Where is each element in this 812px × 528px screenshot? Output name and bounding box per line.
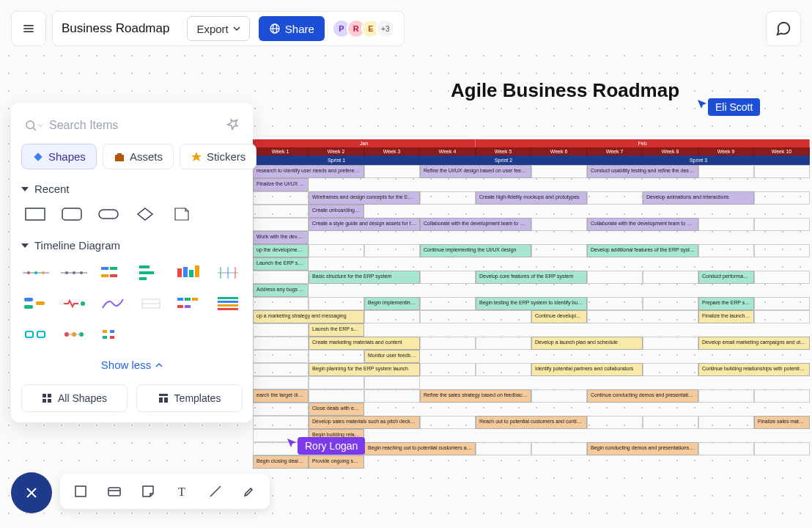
- timeline-template-2[interactable]: [59, 262, 89, 284]
- roadmap-task[interactable]: Address any bugs or usability: [253, 284, 309, 297]
- roadmap-task[interactable]: [253, 323, 309, 337]
- roadmap-task[interactable]: Create high-fidelity mockups and prototy…: [476, 191, 587, 205]
- roadmap-task[interactable]: [420, 271, 476, 284]
- roadmap-task[interactable]: research to identify user needs and pref…: [253, 165, 364, 178]
- shape-rectangle[interactable]: [24, 207, 46, 221]
- roadmap-task[interactable]: Begin reaching out to potential customer…: [364, 442, 476, 455]
- roadmap-task[interactable]: [754, 165, 810, 178]
- roadmap-task[interactable]: [698, 165, 754, 178]
- roadmap-task[interactable]: [754, 442, 810, 455]
- roadmap-task[interactable]: Close deals with early adop: [309, 403, 364, 416]
- tool-highlighter[interactable]: [239, 481, 259, 502]
- roadmap-task[interactable]: [309, 297, 364, 310]
- roadmap-task[interactable]: [476, 363, 531, 376]
- roadmap-task[interactable]: [643, 297, 698, 310]
- roadmap-task[interactable]: Launch the ERP system and monitor user f…: [253, 257, 309, 271]
- roadmap-task[interactable]: Develop sales materials such as pitch de…: [309, 416, 420, 429]
- tab-assets[interactable]: Assets: [103, 144, 174, 169]
- canvas-title[interactable]: Agile Business Roadmap: [451, 79, 679, 102]
- roadmap-task[interactable]: Reach out to potential customers and con…: [476, 416, 587, 429]
- timeline-template-11[interactable]: [174, 293, 204, 315]
- timeline-template-6[interactable]: [213, 262, 243, 284]
- roadmap-task[interactable]: [476, 442, 531, 455]
- roadmap-task[interactable]: [754, 244, 810, 257]
- roadmap-task[interactable]: Collaborate with the development team to…: [420, 218, 531, 231]
- timeline-template-10[interactable]: [136, 293, 166, 315]
- roadmap-task[interactable]: [420, 363, 476, 376]
- roadmap-task[interactable]: [587, 271, 643, 284]
- main-menu-button[interactable]: [11, 11, 46, 46]
- roadmap-task[interactable]: Work with the development: [253, 231, 309, 244]
- section-timeline[interactable]: Timeline Diagram: [21, 239, 243, 252]
- roadmap-task[interactable]: [754, 310, 810, 323]
- pin-icon[interactable]: [226, 117, 240, 133]
- roadmap-task[interactable]: [476, 337, 531, 350]
- roadmap-task[interactable]: [698, 244, 754, 257]
- roadmap-task[interactable]: Continue implementing the UI/UX design: [420, 244, 531, 257]
- roadmap-task[interactable]: [253, 376, 309, 389]
- shape-page[interactable]: [171, 207, 193, 221]
- roadmap-task[interactable]: [420, 191, 476, 205]
- roadmap-task[interactable]: [253, 416, 309, 429]
- avatar-more[interactable]: +3: [376, 19, 395, 38]
- roadmap-task[interactable]: [253, 297, 309, 310]
- roadmap-task[interactable]: [754, 191, 810, 205]
- roadmap-task[interactable]: [531, 165, 587, 178]
- tab-shapes[interactable]: Shapes: [21, 144, 97, 169]
- roadmap-task[interactable]: [587, 297, 643, 310]
- roadmap-task[interactable]: [420, 310, 531, 323]
- roadmap-task[interactable]: [587, 191, 643, 205]
- roadmap-task[interactable]: Create a style guide and design assets f…: [309, 218, 420, 231]
- roadmap-task[interactable]: Begin closing deals with early adopters: [253, 455, 309, 469]
- roadmap-task[interactable]: Continue building relationships with pot…: [698, 363, 810, 376]
- timeline-template-7[interactable]: [21, 293, 51, 315]
- roadmap-task[interactable]: Begin testing the ERP system to identify…: [476, 297, 587, 310]
- roadmap-task[interactable]: Begin planning for the ERP system launch: [309, 363, 420, 376]
- roadmap-task[interactable]: Conduct performance testing: [698, 271, 754, 284]
- roadmap-task[interactable]: Create onboarding materials: [309, 205, 364, 218]
- roadmap-task[interactable]: Refine the UI/UX design based on user fe…: [420, 165, 531, 178]
- roadmap-task[interactable]: Basic structure for the ERP system: [309, 271, 420, 284]
- roadmap-task[interactable]: Refine the sales strategy based on feedb…: [420, 389, 531, 403]
- roadmap-task[interactable]: up the development vironment and tools: [253, 244, 309, 257]
- comments-button[interactable]: [766, 11, 801, 46]
- roadmap-task[interactable]: Monitor user feedback and a: [364, 350, 420, 363]
- timeline-template-8[interactable]: [59, 293, 89, 315]
- tool-sticky[interactable]: [138, 481, 158, 502]
- roadmap-task[interactable]: [531, 442, 587, 455]
- share-button[interactable]: Share: [259, 16, 325, 41]
- shape-pill[interactable]: [97, 207, 119, 221]
- roadmap-task[interactable]: Prepare the ERP system for launch: [698, 297, 754, 310]
- roadmap-task[interactable]: [253, 271, 309, 284]
- roadmap-task[interactable]: [754, 271, 810, 284]
- roadmap-task[interactable]: Continue developing marketing materials …: [531, 310, 587, 323]
- roadmap-task[interactable]: [587, 310, 698, 323]
- roadmap-task[interactable]: [309, 376, 364, 389]
- roadmap-task[interactable]: [364, 389, 420, 403]
- roadmap-task[interactable]: Develop email marketing campaigns and ot…: [698, 337, 810, 350]
- roadmap-task[interactable]: [698, 218, 754, 231]
- timeline-template-4[interactable]: [136, 262, 166, 284]
- roadmap-task[interactable]: [364, 165, 420, 178]
- roadmap-task[interactable]: Begin conducting demos and presentations…: [587, 442, 698, 455]
- templates-button[interactable]: Templates: [136, 384, 243, 412]
- timeline-template-15[interactable]: [98, 323, 128, 345]
- roadmap-task[interactable]: [253, 350, 309, 363]
- tool-card[interactable]: [104, 481, 125, 502]
- roadmap-task[interactable]: [253, 337, 309, 350]
- search-icon[interactable]: [24, 119, 43, 132]
- roadmap-task[interactable]: [253, 205, 309, 218]
- roadmap-task[interactable]: Develop animations and interactions: [643, 191, 754, 205]
- collaborator-avatars[interactable]: P R E +3: [336, 19, 395, 38]
- roadmap-task[interactable]: [364, 310, 420, 323]
- roadmap-task[interactable]: [698, 442, 754, 455]
- roadmap-timeline[interactable]: JanFebWeek 1Week 2Week 3Week 4Week 5Week…: [253, 139, 812, 469]
- roadmap-task[interactable]: Collaborate with the development team to…: [587, 218, 698, 231]
- section-recent[interactable]: Recent: [21, 183, 243, 195]
- roadmap-task[interactable]: [754, 218, 810, 231]
- roadmap-task[interactable]: earch the target dience and develop a s …: [253, 389, 309, 403]
- tool-line[interactable]: [205, 481, 226, 502]
- roadmap-task[interactable]: [253, 403, 309, 416]
- roadmap-task[interactable]: [253, 218, 309, 231]
- document-title[interactable]: Business Roadmap: [62, 21, 178, 36]
